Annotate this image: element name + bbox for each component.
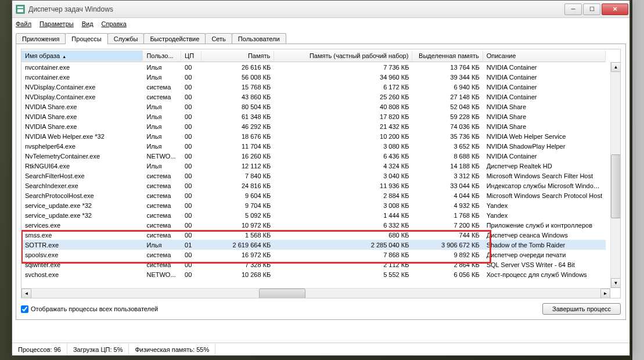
table-cell: 6 056 КБ (412, 271, 483, 278)
table-cell: система (143, 222, 181, 229)
col-memory[interactable]: Память (202, 51, 274, 61)
table-row[interactable]: RtkNGUI64.exeИлья0012 112 КБ4 324 КБ14 1… (21, 161, 606, 171)
col-private-ws[interactable]: Память (частный рабочий набор) (274, 51, 412, 61)
table-cell: система (143, 172, 181, 179)
menu-help[interactable]: Справка (102, 20, 127, 27)
col-commit[interactable]: Выделенная память (412, 51, 483, 61)
table-cell: nvcontainer.exe (21, 64, 143, 71)
table-row[interactable]: services.exeсистема0010 972 КБ6 332 КБ7 … (21, 220, 606, 230)
scroll-down-icon[interactable]: ▼ (611, 278, 621, 288)
col-image-name[interactable]: Имя образа▲ (21, 51, 143, 61)
table-cell: sqlwriter.exe (21, 261, 143, 268)
table-cell: 4 324 КБ (274, 163, 412, 170)
table-cell: 33 044 КБ (412, 182, 483, 189)
table-cell: 680 КБ (274, 232, 412, 239)
table-cell: 16 260 КБ (202, 153, 274, 160)
table-cell: 2 884 КБ (274, 192, 412, 199)
scroll-up-icon[interactable]: ▲ (611, 62, 621, 72)
table-row[interactable]: SearchIndexer.exeсистема0024 816 КБ11 93… (21, 181, 606, 190)
titlebar[interactable]: Диспетчер задач Windows ─ ☐ ✕ (12, 1, 629, 18)
table-row[interactable]: NVIDIA Share.exeИлья0046 292 КБ21 432 КБ… (21, 121, 606, 131)
table-cell: Yandex (483, 212, 606, 219)
end-process-button[interactable]: Завершить процесс (542, 303, 621, 315)
tab-bar: Приложения Процессы Службы Быстродействи… (16, 33, 626, 44)
tab-performance[interactable]: Быстродействие (143, 33, 206, 44)
statusbar: Процессов: 96 Загрузка ЦП: 5% Физическая… (12, 343, 629, 355)
show-all-users-checkbox[interactable]: Отображать процессы всех пользователей (21, 305, 158, 313)
table-cell: 27 148 КБ (412, 93, 483, 100)
table-row[interactable]: service_update.exe *32система009 704 КБ3… (21, 200, 606, 210)
table-cell: 35 736 КБ (412, 133, 483, 140)
table-row[interactable]: nvcontainer.exeИлья0026 616 КБ7 736 КБ13… (21, 62, 606, 72)
table-row[interactable]: NVIDIA Share.exeИлья0080 504 КБ40 808 КБ… (21, 102, 606, 111)
table-cell: Илья (143, 103, 181, 110)
table-cell: NVIDIA Share (483, 123, 606, 130)
table-cell: NETWO... (143, 153, 181, 160)
menu-options[interactable]: Параметры (39, 20, 74, 27)
table-row[interactable]: NVDisplay.Container.exeсистема0043 860 К… (21, 92, 606, 102)
table-cell: NVDisplay.Container.exe (21, 93, 143, 100)
menu-view[interactable]: Вид (82, 20, 93, 27)
table-row[interactable]: SearchProtocolHost.exeсистема009 604 КБ2… (21, 190, 606, 200)
tab-users[interactable]: Пользователи (232, 33, 286, 44)
close-button[interactable]: ✕ (602, 3, 628, 15)
vscroll-thumb[interactable] (611, 154, 621, 218)
table-cell: nvsphelper64.exe (21, 143, 143, 150)
table-row[interactable]: svchost.exeNETWO...0010 268 КБ5 552 КБ6 … (21, 269, 606, 279)
table-cell: Yandex (483, 202, 606, 209)
table-row[interactable]: NVDisplay.Container.exeсистема0015 768 К… (21, 82, 606, 92)
table-cell: 2 112 КБ (274, 261, 412, 268)
table-cell: 40 808 КБ (274, 103, 412, 110)
table-cell: 7 328 КБ (202, 261, 274, 268)
tab-network[interactable]: Сеть (205, 33, 232, 44)
table-cell: 7 840 КБ (202, 172, 274, 179)
tab-applications[interactable]: Приложения (16, 33, 66, 44)
tab-processes[interactable]: Процессы (65, 33, 107, 44)
table-cell: 46 292 КБ (202, 123, 274, 130)
table-cell: 12 112 КБ (202, 163, 274, 170)
maximize-button[interactable]: ☐ (583, 3, 600, 15)
sort-up-icon: ▲ (62, 55, 66, 59)
minimize-button[interactable]: ─ (564, 3, 582, 15)
table-cell: svchost.exe (21, 271, 143, 278)
table-cell: 00 (181, 271, 202, 278)
table-row[interactable]: sqlwriter.exeсистема007 328 КБ2 112 КБ2 … (21, 260, 606, 269)
col-cpu[interactable]: ЦП (181, 51, 202, 61)
table-cell: 11 704 КБ (202, 143, 274, 150)
table-cell: 00 (181, 123, 202, 130)
vertical-scrollbar[interactable]: ▲ ▼ (610, 62, 620, 288)
table-cell: 52 048 КБ (412, 103, 483, 110)
table-cell: 16 972 КБ (202, 251, 274, 258)
table-cell: SearchIndexer.exe (21, 182, 143, 189)
table-row[interactable]: nvsphelper64.exeИлья0011 704 КБ3 080 КБ3… (21, 141, 606, 151)
show-all-users-input[interactable] (21, 305, 28, 313)
table-cell: 3 080 КБ (274, 143, 412, 150)
hscroll-thumb[interactable] (259, 289, 305, 298)
app-icon (16, 5, 25, 14)
table-row[interactable]: service_update.exe *32система005 092 КБ1… (21, 210, 606, 220)
menu-file[interactable]: Файл (16, 20, 31, 27)
tab-services[interactable]: Службы (107, 33, 145, 44)
table-row[interactable]: NvTelemetryContainer.exeNETWO...0016 260… (21, 151, 606, 161)
table-row[interactable]: NVIDIA Share.exeИлья0061 348 КБ17 820 КБ… (21, 111, 606, 121)
table-row[interactable]: NVIDIA Web Helper.exe *32Илья0018 676 КБ… (21, 131, 606, 141)
scroll-right-icon[interactable]: ► (600, 289, 610, 298)
table-cell: 11 936 КБ (274, 182, 412, 189)
table-cell: 00 (181, 64, 202, 71)
table-cell: 00 (181, 232, 202, 239)
table-cell: 10 268 КБ (202, 271, 274, 278)
table-row[interactable]: SOTTR.exeИлья012 619 664 КБ2 285 040 КБ3… (21, 240, 606, 250)
col-user[interactable]: Пользо... (143, 51, 181, 61)
col-description[interactable]: Описание (483, 51, 606, 61)
table-row[interactable]: smss.exeсистема001 568 КБ680 КБ744 КБДис… (21, 230, 606, 240)
table-row[interactable]: SearchFilterHost.exeсистема007 840 КБ3 0… (21, 171, 606, 181)
table-cell: 25 260 КБ (274, 93, 412, 100)
horizontal-scrollbar[interactable]: ◄ ► (21, 288, 610, 298)
table-row[interactable]: spoolsv.exeсистема0016 972 КБ7 868 КБ9 8… (21, 250, 606, 260)
table-cell: 00 (181, 103, 202, 110)
table-row[interactable]: nvcontainer.exeИлья0056 008 КБ34 960 КБ3… (21, 72, 606, 82)
table-cell: 00 (181, 261, 202, 268)
table-cell: service_update.exe *32 (21, 202, 143, 209)
table-cell: 00 (181, 74, 202, 81)
scroll-left-icon[interactable]: ◄ (21, 289, 31, 298)
